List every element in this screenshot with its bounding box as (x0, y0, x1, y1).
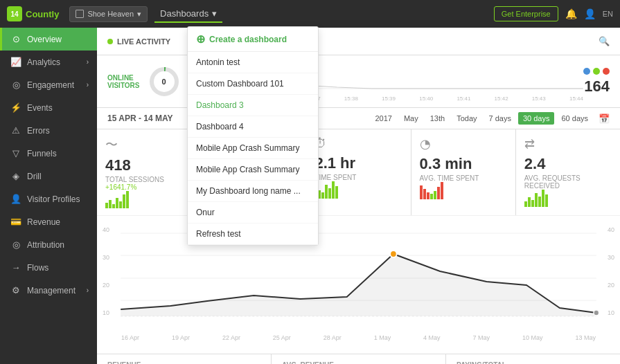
metrics-bar: ONLINE VISITORS 0 MAX 206 0 (97, 55, 620, 108)
logo-icon: 14 (7, 6, 22, 21)
dot-green (593, 68, 600, 75)
avg-requests-bars (524, 190, 612, 207)
bar (318, 190, 321, 199)
spark-time-6: 15:41 (457, 95, 470, 102)
date-btn-13th[interactable]: 13th (425, 112, 450, 125)
sessions-icon: 〜 (105, 136, 193, 153)
dropdown-item-dashboard4[interactable]: Dashboard 4 (188, 116, 318, 138)
chart-y-labels-left: 40 30 20 10 (103, 226, 109, 316)
sidebar-label-analytics: Analytics (27, 57, 81, 67)
spark-time-9: 15:44 (569, 95, 583, 102)
sessions-trend: +1641.7% (105, 183, 193, 191)
dropdown-item-custom101[interactable]: Custom Dashboard 101 (188, 73, 318, 95)
content-header: LIVE ACTIVITY 🔍 (97, 28, 620, 55)
sidebar-item-drill[interactable]: ◈ Drill (0, 165, 97, 188)
sidebar-item-funnels[interactable]: ▽ Funnels (0, 142, 97, 165)
date-btn-7days[interactable]: 7 days (484, 112, 516, 125)
management-icon: ⚙ (10, 285, 21, 295)
spark-time-8: 15:43 (532, 95, 546, 102)
stat-card-sessions: 〜 418 TOTAL SESSIONS +1641.7% (97, 129, 201, 215)
avg-revenue-label: AVG. REVENUE (282, 361, 435, 364)
sidebar-label-engagement: Engagement (27, 80, 81, 90)
bar (538, 197, 541, 207)
calendar-icon[interactable]: 📅 (599, 113, 610, 124)
sidebar-label-visitor-profiles: Visitor Profiles (27, 194, 89, 204)
dot-blue (583, 68, 590, 75)
time-spent-bars (315, 181, 402, 199)
spark-time-4: 15:39 (382, 95, 396, 102)
date-btn-30days[interactable]: 30 days (518, 112, 555, 125)
online-label-group: ONLINE VISITORS (107, 74, 140, 89)
dropdown-item-mobile-crash2[interactable]: Mobile App Crash Summary (188, 159, 318, 181)
bar (328, 188, 331, 199)
chevron-down-icon: ▾ (137, 10, 141, 19)
dropdown-item-refresh-test[interactable]: Refresh test (188, 224, 318, 245)
legend-dots (583, 68, 610, 75)
bar (535, 193, 538, 207)
sidebar-item-events[interactable]: ⚡ Events (0, 96, 97, 119)
top-right: Get Enterprise 🔔 👤 EN (494, 6, 613, 21)
avg-revenue-item: AVG. REVENUE 1.19 -26.5% per visitor (272, 354, 446, 364)
workspace-button[interactable]: Shoe Heaven ▾ (69, 6, 148, 22)
dropdown-item-my-dashboard[interactable]: My Dashboard long name ... (188, 181, 318, 202)
dropdown-item-dashboard3[interactable]: Dashboard 3 (188, 95, 318, 116)
analytics-icon: 📈 (10, 57, 21, 67)
search-icon[interactable]: 🔍 (599, 36, 610, 46)
bell-icon[interactable]: 🔔 (565, 8, 577, 19)
avg-time-value: 0.3 min (420, 155, 507, 173)
bar (126, 191, 129, 208)
chevron-right-icon-engagement: › (87, 81, 89, 89)
bar (109, 200, 112, 208)
x-label-16apr: 16 Apr (121, 334, 139, 341)
drill-icon: ◈ (10, 171, 21, 181)
date-btn-may[interactable]: May (399, 112, 423, 125)
dropdown-item-mobile-crash1[interactable]: Mobile App Crash Summary (188, 138, 318, 159)
x-label-1may: 1 May (374, 334, 391, 341)
sessions-label: TOTAL SESSIONS (105, 176, 193, 183)
content-area: LIVE ACTIVITY 🔍 ONLINE VISITORS (97, 28, 620, 364)
sidebar-label-revenue: Revenue (27, 217, 89, 227)
dropdown-item-antonin[interactable]: Antonin test (188, 52, 318, 73)
sidebar-item-engagement[interactable]: ◎ Engagement › (0, 73, 97, 96)
user-icon[interactable]: 👤 (584, 8, 596, 19)
date-controls: 2017 May 13th Today 7 days 30 days 60 da… (370, 112, 610, 125)
dashboards-button[interactable]: Dashboards ▾ (154, 6, 222, 23)
date-btn-60days[interactable]: 60 days (556, 112, 593, 125)
chevron-right-icon: › (87, 58, 89, 66)
paying-total-item: PAYING/TOTAL 38.85% -41.7% visitors (446, 354, 620, 364)
sidebar-item-overview[interactable]: ⊙ Overview (0, 28, 97, 51)
stat-card-avg-time: ◔ 0.3 min AVG. TIME SPENT (411, 129, 515, 215)
create-dashboard-button[interactable]: ⊕ Create a dashboard (188, 27, 318, 52)
chevron-down-icon-dashboards: ▾ (212, 8, 217, 19)
logo-text: Countly (26, 9, 59, 19)
paying-total-label: PAYING/TOTAL (457, 361, 610, 364)
bar (528, 197, 531, 207)
x-label-7may: 7 May (473, 334, 490, 341)
sidebar-item-management[interactable]: ⚙ Management › (0, 279, 97, 302)
workspace-icon (76, 10, 84, 18)
sidebar-item-visitor-profiles[interactable]: 👤 Visitor Profiles (0, 188, 97, 210)
bar (531, 200, 534, 207)
bar (325, 185, 328, 199)
sidebar-item-errors[interactable]: ⚠ Errors (0, 119, 97, 142)
avg-requests-value: 2.4 (524, 155, 612, 173)
create-dashboard-label: Create a dashboard (209, 35, 287, 44)
sidebar-item-flows[interactable]: → Flows (0, 256, 97, 279)
chart-y-labels-right: 40 30 20 10 (608, 226, 614, 316)
spark-time-5: 15:40 (419, 95, 433, 102)
y-label-30: 30 (103, 254, 109, 261)
sidebar-item-analytics[interactable]: 📈 Analytics › (0, 51, 97, 73)
y-label-10: 10 (103, 309, 109, 316)
language-button[interactable]: EN (603, 10, 613, 18)
date-btn-today[interactable]: Today (452, 112, 481, 125)
bar (332, 181, 335, 199)
dropdown-item-onur[interactable]: Onur (188, 202, 318, 224)
x-label-22apr: 22 Apr (222, 334, 240, 341)
get-enterprise-button[interactable]: Get Enterprise (494, 6, 558, 21)
date-btn-2017[interactable]: 2017 (370, 112, 396, 125)
live-dot (107, 39, 113, 44)
sidebar-label-flows: Flows (27, 263, 89, 273)
sidebar-item-attribution[interactable]: ◎ Attribution (0, 233, 97, 256)
sidebar-item-revenue[interactable]: 💳 Revenue (0, 210, 97, 233)
avg-time-label: AVG. TIME SPENT (420, 174, 507, 182)
